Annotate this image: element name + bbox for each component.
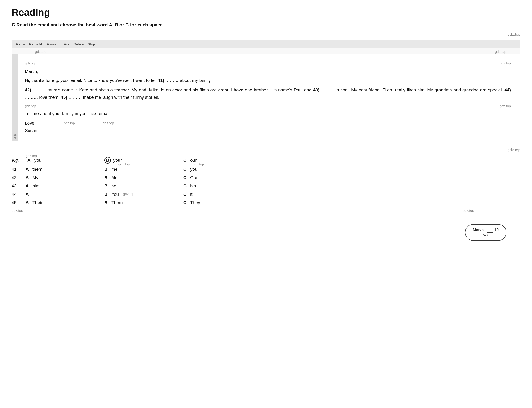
answer-45-c: C They: [183, 200, 262, 205]
answer-43-c-letter: C: [183, 183, 189, 188]
answer-42-a-letter: A: [26, 175, 31, 180]
answer-41-a-text: them: [33, 167, 42, 172]
email-content: gdz.top gdz.top Martin, Hi, thanks for e…: [18, 54, 520, 141]
answer-41-c: C you gdz.top: [183, 167, 262, 172]
answer-42-c-letter: C: [183, 175, 189, 180]
answer-43-b-letter: B: [104, 183, 110, 188]
answer-43-b-text: he: [111, 183, 116, 188]
answer-44-b: B You gdz.top: [104, 192, 183, 197]
answer-row-41: 41 A them B me gdz.top C you gdz.top: [12, 167, 520, 172]
answer-43-c-text: his: [190, 183, 196, 188]
answer-44-b-text: You: [111, 192, 119, 197]
answer-42-a: A My: [26, 175, 104, 180]
email-toolbar: Reply Reply All Forward File Delete Stop: [12, 40, 520, 48]
answer-44-b-letter: B: [104, 192, 110, 197]
watermark-email-inner2: gdz.top: [495, 50, 506, 54]
page-title: Reading: [12, 7, 520, 18]
answer-row-44: 44 A I B You gdz.top C it: [12, 192, 520, 197]
answers-section: e.g. gdz.top A you B your C our 41 A the…: [12, 157, 520, 205]
answer-41-b: B me gdz.top: [104, 167, 183, 172]
answer-45-a-letter: A: [26, 200, 31, 205]
answer-41-c-text: you: [190, 167, 197, 172]
answer-41-a-letter: A: [26, 167, 31, 172]
answer-row-43: 43 A him B he C his: [12, 183, 520, 188]
answer-42-b-text: Me: [111, 175, 117, 180]
answer-44-c-letter: C: [183, 192, 189, 197]
answer-43-num: 43: [12, 183, 26, 188]
answer-45-c-letter: C: [183, 200, 189, 205]
marks-label: Marks:: [473, 228, 485, 232]
watermark-44: gdz.top: [123, 192, 134, 196]
email-container: Reply Reply All Forward File Delete Stop…: [12, 40, 520, 141]
answer-43-c: C his: [183, 183, 262, 188]
watermark-email-mid2: gdz.top: [499, 103, 511, 109]
answer-42-c: C Our: [183, 175, 262, 180]
scroll-down-arrow[interactable]: [13, 137, 17, 139]
answer-42-c-text: Our: [190, 175, 198, 180]
answer-row-42: 42 A My B Me C Our: [12, 175, 520, 180]
toolbar-file[interactable]: File: [64, 42, 69, 46]
answer-45-num: 45: [12, 200, 26, 205]
email-salutation: Martin,: [25, 68, 511, 75]
answer-42-b-letter: B: [104, 175, 110, 180]
answer-41-b-letter: B: [104, 167, 110, 172]
watermark-email-body1: gdz.top: [25, 60, 36, 66]
answer-42-b: B Me: [104, 175, 183, 180]
answer-41-num: 41: [12, 167, 26, 172]
answer-42-a-text: My: [33, 175, 38, 180]
watermark-bottom-right: gdz.top: [463, 209, 474, 212]
answer-eg-b: B your: [104, 157, 183, 163]
answer-eg-a-letter: A: [27, 158, 33, 163]
watermark-41-b: gdz.top: [118, 162, 130, 166]
instruction: G Read the email and choose the best wor…: [12, 22, 520, 28]
email-closing: Love, gdz.top gdz.top Susan: [25, 119, 511, 134]
marks-line2: 5x2: [473, 233, 498, 237]
answer-42-num: 42: [12, 175, 26, 180]
email-scrollbar: [12, 54, 18, 141]
marks-box: Marks: 10 5x2: [465, 224, 506, 241]
answer-45-b-text: Them: [111, 200, 123, 205]
scroll-up-arrow[interactable]: [13, 134, 17, 136]
answer-41-c-letter: C: [183, 167, 189, 172]
watermark-bottom-left: gdz.top: [12, 209, 23, 212]
toolbar-reply[interactable]: Reply: [16, 42, 25, 46]
answer-eg-num: e.g.: [12, 158, 26, 163]
answer-eg-c-letter: C: [183, 158, 189, 163]
answer-41-b-text: me: [111, 167, 117, 172]
watermark-top: gdz.top: [12, 32, 520, 37]
answer-43-a-letter: A: [26, 183, 31, 188]
answer-44-c-text: it: [190, 192, 193, 197]
answer-45-a-text: Their: [33, 200, 43, 205]
toolbar-reply-all[interactable]: Reply All: [29, 42, 43, 46]
answer-row-45: 45 A Their B Them C They: [12, 200, 520, 205]
watermark-email-closing2: gdz.top: [103, 120, 114, 126]
answer-44-a-letter: A: [26, 192, 31, 197]
email-signature: Susan: [25, 127, 511, 134]
watermark-below-email: gdz.top: [12, 148, 520, 152]
toolbar-forward[interactable]: Forward: [47, 42, 60, 46]
watermark-email-inner1: gdz.top: [35, 50, 46, 54]
watermark-41-c: gdz.top: [193, 162, 204, 166]
answer-45-a: A Their: [26, 200, 104, 205]
marks-line1: Marks: 10: [473, 228, 498, 233]
watermark-email-mid1: gdz.top: [25, 103, 36, 109]
answer-45-b: B Them: [104, 200, 183, 205]
watermark-email-body2: gdz.top: [499, 60, 511, 66]
answer-43-b: B he: [104, 183, 183, 188]
answer-44-a-text: I: [33, 192, 34, 197]
marks-blank: [487, 228, 493, 233]
answer-41-a: A them: [26, 167, 104, 172]
toolbar-delete[interactable]: Delete: [74, 42, 84, 46]
answer-row-eg: e.g. gdz.top A you B your C our: [12, 157, 520, 163]
answer-eg-b-letter-circled: B: [104, 157, 111, 163]
watermark-eg-above: gdz.top: [26, 154, 37, 158]
answer-45-b-letter: B: [104, 200, 110, 205]
answer-44-num: 44: [12, 192, 26, 197]
toolbar-stop[interactable]: Stop: [88, 42, 95, 46]
email-body-p1: Hi, thanks for e.g. your email. Nice to …: [25, 77, 511, 84]
answer-eg-a: gdz.top A you: [26, 158, 104, 163]
answer-45-c-text: They: [190, 200, 200, 205]
marks-total: 10: [494, 228, 498, 232]
answer-43-a: A him: [26, 183, 104, 188]
answer-44-c: C it: [183, 192, 262, 197]
